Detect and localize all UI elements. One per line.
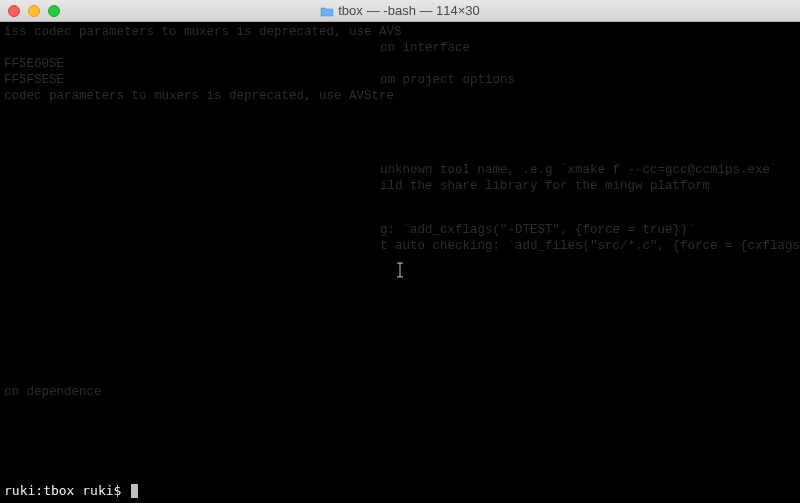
- ghost-text: FFSFSESE: [4, 72, 64, 88]
- ghost-text: iss codec parameters to muxers is deprec…: [4, 24, 402, 40]
- prompt-line[interactable]: ruki:tbox ruki$: [4, 483, 138, 499]
- text-cursor-icon: [396, 262, 403, 278]
- minimize-button[interactable]: [28, 5, 40, 17]
- ghost-text: unknown tool name, .e.g `xmake f --cc=gc…: [380, 162, 778, 178]
- ghost-text: om project options: [380, 72, 515, 88]
- folder-icon: [320, 5, 334, 16]
- ghost-text: t auto checking: `add_files("src/*.c", {…: [380, 238, 800, 254]
- close-button[interactable]: [8, 5, 20, 17]
- window-title: tbox — -bash — 114×30: [0, 3, 800, 18]
- ghost-text: ild the share library for the mingw plat…: [380, 178, 710, 194]
- window-titlebar: tbox — -bash — 114×30: [0, 0, 800, 22]
- maximize-button[interactable]: [48, 5, 60, 17]
- traffic-lights: [0, 5, 60, 17]
- ghost-text: on dependence: [4, 384, 102, 400]
- terminal-body[interactable]: iss codec parameters to muxers is deprec…: [0, 22, 800, 503]
- ghost-text: g: `add_cxflags("-DTEST", {force = true}…: [380, 222, 695, 238]
- cursor-block: [131, 484, 138, 498]
- title-folder: tbox: [338, 3, 363, 18]
- prompt-text: ruki:tbox ruki$: [4, 483, 129, 499]
- title-suffix: — -bash — 114×30: [367, 3, 480, 18]
- ghost-text: FFSE60SE: [4, 56, 64, 72]
- ghost-text: codec parameters to muxers is deprecated…: [4, 88, 394, 104]
- ghost-text: on interface: [380, 40, 470, 56]
